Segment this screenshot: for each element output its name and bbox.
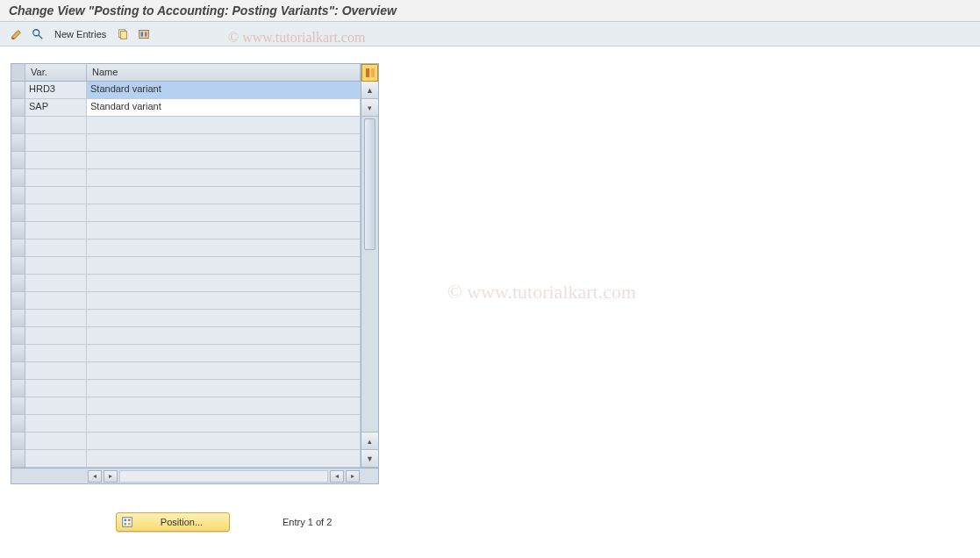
scroll-up-step-button[interactable]: ▾: [361, 99, 378, 117]
row-selector[interactable]: [11, 327, 25, 345]
cell-name[interactable]: [87, 134, 361, 151]
row-selector[interactable]: [11, 310, 25, 327]
cell-var[interactable]: SAP: [25, 99, 87, 116]
cell-name[interactable]: [87, 380, 361, 397]
toggle-display-change-icon[interactable]: [9, 26, 25, 42]
cell-var[interactable]: [25, 415, 87, 432]
new-entries-button[interactable]: New Entries: [51, 27, 110, 41]
table-row[interactable]: [25, 450, 361, 468]
table-row[interactable]: [25, 380, 361, 397]
row-selector[interactable]: [11, 99, 25, 117]
row-selector[interactable]: [11, 222, 25, 240]
cell-name[interactable]: [87, 362, 361, 379]
table-row[interactable]: [25, 240, 361, 257]
cell-var[interactable]: [25, 433, 87, 449]
cell-name[interactable]: [87, 433, 361, 449]
table-row[interactable]: [25, 169, 361, 187]
cell-name[interactable]: [87, 310, 361, 326]
row-selector[interactable]: [11, 169, 25, 187]
cell-var[interactable]: [25, 345, 87, 361]
row-selector[interactable]: [11, 433, 25, 450]
table-row[interactable]: [25, 187, 361, 204]
scroll-down-step-button[interactable]: ▴: [361, 433, 378, 450]
table-row[interactable]: [25, 292, 361, 310]
row-selector-header[interactable]: [11, 64, 25, 82]
cell-name[interactable]: Standard variant: [87, 82, 361, 98]
table-row[interactable]: [25, 117, 361, 134]
table-row[interactable]: [25, 345, 361, 362]
table-row[interactable]: [25, 204, 361, 222]
hscroll-track[interactable]: [119, 470, 328, 483]
row-selector[interactable]: [11, 380, 25, 397]
row-selector[interactable]: [11, 257, 25, 275]
scroll-up-button[interactable]: ▲: [361, 82, 378, 99]
table-row[interactable]: [25, 257, 361, 275]
hscroll-right-button[interactable]: ◂: [330, 470, 344, 483]
table-row[interactable]: HRD3Standard variant: [25, 82, 361, 99]
table-row[interactable]: [25, 310, 361, 327]
hscroll-last-button[interactable]: ▸: [346, 470, 360, 483]
vertical-scrollbar[interactable]: [361, 117, 378, 433]
cell-var[interactable]: [25, 134, 87, 151]
cell-name[interactable]: [87, 275, 361, 291]
row-selector[interactable]: [11, 450, 25, 468]
cell-var[interactable]: [25, 327, 87, 344]
cell-name[interactable]: [87, 240, 361, 256]
column-header-name[interactable]: Name: [87, 64, 361, 81]
cell-var[interactable]: [25, 310, 87, 326]
delete-icon[interactable]: [136, 26, 152, 42]
details-icon[interactable]: [30, 26, 46, 42]
cell-name[interactable]: [87, 345, 361, 361]
cell-name[interactable]: [87, 257, 361, 274]
cell-name[interactable]: [87, 152, 361, 168]
table-row[interactable]: SAPStandard variant: [25, 99, 361, 117]
table-row[interactable]: [25, 415, 361, 433]
cell-name[interactable]: [87, 450, 361, 467]
row-selector[interactable]: [11, 152, 25, 169]
row-selector[interactable]: [11, 204, 25, 222]
row-selector[interactable]: [11, 134, 25, 152]
cell-name[interactable]: [87, 327, 361, 344]
cell-var[interactable]: [25, 187, 87, 204]
table-row[interactable]: [25, 397, 361, 415]
cell-var[interactable]: [25, 169, 87, 186]
cell-var[interactable]: [25, 362, 87, 379]
cell-name[interactable]: [87, 415, 361, 432]
vertical-scroll-thumb[interactable]: [364, 118, 376, 250]
cell-var[interactable]: [25, 117, 87, 133]
table-row[interactable]: [25, 433, 361, 450]
hscroll-first-button[interactable]: ◂: [88, 470, 102, 483]
table-row[interactable]: [25, 327, 361, 345]
cell-name[interactable]: [87, 187, 361, 204]
cell-name[interactable]: [87, 222, 361, 239]
cell-var[interactable]: [25, 380, 87, 397]
hscroll-left-button[interactable]: ▸: [104, 470, 118, 483]
row-selector[interactable]: [11, 362, 25, 380]
cell-name[interactable]: [87, 292, 361, 309]
table-row[interactable]: [25, 275, 361, 292]
row-selector[interactable]: [11, 345, 25, 362]
row-selector[interactable]: [11, 415, 25, 433]
row-selector[interactable]: [11, 117, 25, 134]
row-selector[interactable]: [11, 240, 25, 257]
table-row[interactable]: [25, 222, 361, 240]
table-settings-icon[interactable]: [361, 64, 378, 82]
cell-var[interactable]: [25, 275, 87, 291]
cell-name[interactable]: [87, 117, 361, 133]
cell-name[interactable]: Standard variant: [87, 99, 361, 116]
cell-var[interactable]: [25, 152, 87, 168]
cell-name[interactable]: [87, 397, 361, 414]
scroll-down-button[interactable]: ▼: [361, 450, 378, 468]
row-selector[interactable]: [11, 397, 25, 415]
row-selector[interactable]: [11, 187, 25, 204]
position-button[interactable]: Position...: [116, 512, 230, 532]
row-selector[interactable]: [11, 82, 25, 99]
row-selector[interactable]: [11, 275, 25, 292]
row-selector[interactable]: [11, 292, 25, 310]
copy-as-icon[interactable]: [115, 26, 131, 42]
column-header-var[interactable]: Var.: [25, 64, 87, 81]
cell-var[interactable]: [25, 222, 87, 239]
cell-var[interactable]: [25, 240, 87, 256]
table-row[interactable]: [25, 152, 361, 169]
table-row[interactable]: [25, 134, 361, 152]
